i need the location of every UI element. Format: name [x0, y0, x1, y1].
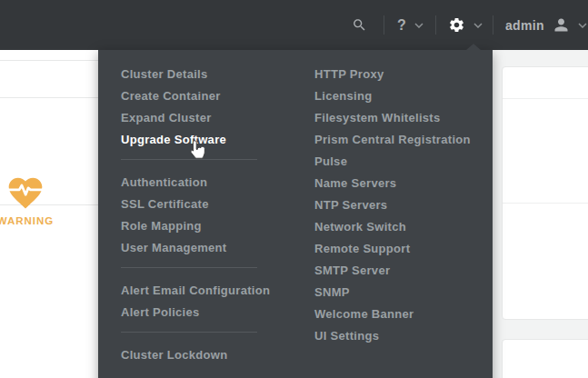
- settings-dropdown-menu: Cluster DetailsCreate ContainerExpand Cl…: [98, 50, 493, 378]
- health-heart-icon: [5, 174, 45, 215]
- menu-group-divider: [121, 159, 257, 160]
- menu-item-remote-support[interactable]: Remote Support: [314, 238, 483, 260]
- help-icon: ?: [397, 17, 406, 34]
- menu-item-ui-settings[interactable]: UI Settings: [314, 325, 483, 347]
- divider: [503, 203, 588, 204]
- background-card: [502, 339, 588, 378]
- menu-item-licensing[interactable]: Licensing: [314, 85, 483, 107]
- menu-item-prism-central-registration[interactable]: Prism Central Registration: [314, 129, 483, 151]
- topbar-separator: [493, 15, 493, 35]
- menu-item-role-mapping[interactable]: Role Mapping: [121, 215, 303, 237]
- background-card: [502, 66, 588, 320]
- menu-item-upgrade-software[interactable]: Upgrade Software: [121, 129, 303, 151]
- gear-icon: [448, 16, 465, 34]
- menu-item-welcome-banner[interactable]: Welcome Banner: [314, 303, 483, 325]
- divider: [503, 98, 588, 99]
- menu-item-create-container[interactable]: Create Container: [121, 85, 303, 107]
- health-status-badge: WARNING: [0, 215, 62, 226]
- user-avatar-icon: [552, 15, 571, 35]
- menu-item-network-switch[interactable]: Network Switch: [314, 216, 483, 238]
- topbar: ? admin: [0, 0, 588, 50]
- menu-item-alert-email-configuration[interactable]: Alert Email Configuration: [121, 280, 303, 302]
- menu-left-column: Cluster DetailsCreate ContainerExpand Cl…: [121, 64, 303, 366]
- search-icon: [352, 17, 367, 33]
- menu-group-divider: [121, 332, 257, 333]
- menu-item-user-management[interactable]: User Management: [121, 237, 303, 259]
- username-label: admin: [505, 18, 544, 33]
- search-button[interactable]: [352, 0, 367, 50]
- chevron-down-icon: [473, 23, 483, 28]
- prism-screen: WARNING ? admin: [0, 0, 588, 378]
- health-summary-panel: WARNING: [0, 50, 98, 378]
- menu-item-cluster-details[interactable]: Cluster Details: [121, 64, 303, 85]
- menu-item-http-proxy[interactable]: HTTP Proxy: [314, 64, 483, 85]
- user-menu-button[interactable]: admin: [505, 0, 587, 50]
- menu-item-cluster-lockdown[interactable]: Cluster Lockdown: [121, 344, 303, 366]
- chevron-down-icon: [414, 23, 424, 28]
- topbar-separator: [435, 15, 436, 35]
- menu-item-ntp-servers[interactable]: NTP Servers: [314, 194, 483, 216]
- menu-item-expand-cluster[interactable]: Expand Cluster: [121, 107, 303, 129]
- menu-item-authentication[interactable]: Authentication: [121, 172, 303, 194]
- menu-item-filesystem-whitelists[interactable]: Filesystem Whitelists: [314, 107, 483, 129]
- chevron-down-icon: [578, 23, 587, 28]
- settings-menu-button[interactable]: [448, 0, 483, 50]
- menu-pointer-notch: [466, 44, 481, 50]
- menu-item-snmp[interactable]: SNMP: [314, 282, 483, 303]
- menu-item-alert-policies[interactable]: Alert Policies: [121, 302, 303, 323]
- menu-right-column: HTTP ProxyLicensingFilesystem Whitelists…: [314, 64, 483, 347]
- help-menu-button[interactable]: ?: [397, 0, 424, 50]
- menu-item-pulse[interactable]: Pulse: [314, 151, 483, 173]
- menu-item-name-servers[interactable]: Name Servers: [314, 173, 483, 194]
- menu-item-ssl-certificate[interactable]: SSL Certificate: [121, 194, 303, 215]
- menu-item-smtp-server[interactable]: SMTP Server: [314, 260, 483, 282]
- divider: [0, 60, 98, 61]
- menu-group-divider: [121, 267, 257, 268]
- divider: [0, 97, 98, 98]
- topbar-separator: [384, 15, 384, 35]
